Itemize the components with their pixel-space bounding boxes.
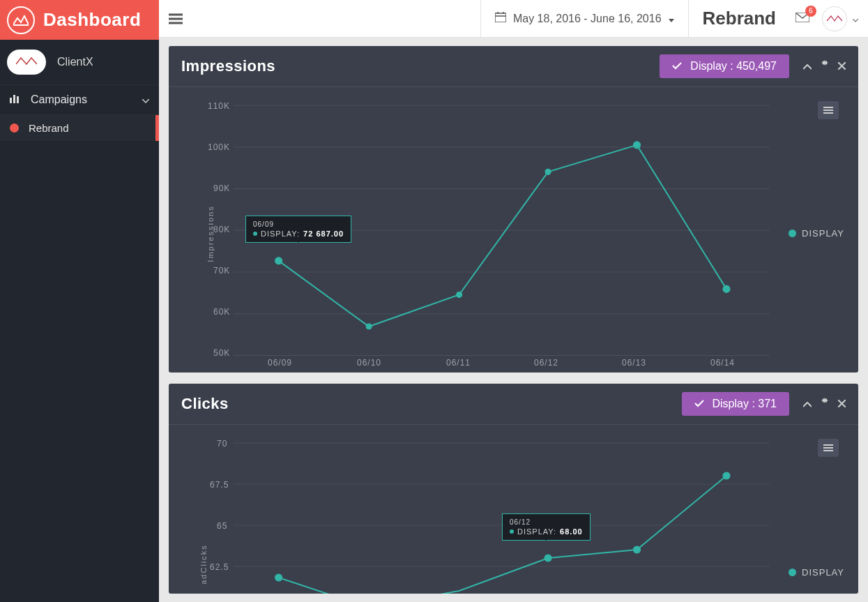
- chart-menu-button[interactable]: [818, 439, 839, 457]
- check-icon: [694, 398, 704, 410]
- svg-point-40: [275, 574, 282, 581]
- display-total-badge[interactable]: Display : 371: [682, 392, 790, 416]
- sidebar-item-rebrand[interactable]: Rebrand: [0, 115, 159, 141]
- y-tick: 110K: [208, 101, 230, 111]
- svg-point-41: [545, 555, 551, 562]
- main: May 18, 2016 - June 16, 2016 Rebrand 6: [159, 0, 868, 602]
- y-tick: 60K: [213, 307, 230, 317]
- panel-head: Impressions Display : 450,497: [169, 46, 858, 87]
- display-total-badge[interactable]: Display : 450,497: [660, 54, 789, 78]
- tooltip-series: DISPLAY:: [261, 229, 300, 238]
- subitem-label: Rebrand: [29, 122, 69, 134]
- panel-body: Impressions 110K 100K 90K 80K 70K 60K 50…: [169, 87, 858, 373]
- caret-down-icon: [669, 13, 674, 25]
- topbar: May 18, 2016 - June 16, 2016 Rebrand 6: [159, 0, 868, 38]
- y-tick: 65: [217, 521, 227, 531]
- y-tick: 70: [217, 439, 227, 449]
- chart-impressions[interactable]: Impressions 110K 100K 90K 80K 70K 60K 50…: [178, 97, 848, 373]
- chart-menu-button[interactable]: [818, 101, 839, 119]
- client-logo: [7, 50, 46, 75]
- brand-title: Dashboard: [43, 9, 141, 31]
- brand-icon: [7, 6, 35, 34]
- nav-campaigns[interactable]: Campaigns: [0, 84, 159, 115]
- mail-button[interactable]: 6: [790, 13, 815, 25]
- tooltip-dot-icon: [510, 529, 514, 534]
- svg-rect-7: [495, 13, 506, 22]
- tooltip-value: 68.00: [560, 527, 583, 536]
- svg-rect-1: [10, 98, 12, 103]
- nav-label: Campaigns: [31, 93, 87, 106]
- close-icon[interactable]: [838, 60, 846, 73]
- check-icon: [672, 60, 682, 73]
- settings-icon[interactable]: [820, 60, 830, 73]
- legend-label: DISPLAY: [802, 567, 844, 578]
- active-dot-icon: [10, 123, 19, 133]
- legend-dot-icon: [789, 229, 796, 237]
- x-tick: 06/09: [268, 358, 292, 368]
- x-tick: 06/12: [534, 358, 558, 368]
- svg-rect-3: [17, 96, 19, 103]
- content: Impressions Display : 450,497: [159, 38, 868, 602]
- mail-badge: 6: [805, 6, 816, 17]
- date-range-picker[interactable]: May 18, 2016 - June 16, 2016: [480, 0, 689, 37]
- tooltip-series: DISPLAY:: [517, 527, 556, 536]
- chart-clicks[interactable]: adClicks 70 67.5 65 62.5 DISPLAY 06/12: [178, 435, 848, 594]
- y-tick: 80K: [213, 225, 230, 234]
- svg-point-29: [633, 142, 640, 149]
- close-icon[interactable]: [838, 398, 846, 410]
- legend-display[interactable]: DISPLAY: [789, 228, 844, 239]
- date-range-text: May 18, 2016 - June 16, 2016: [513, 13, 662, 25]
- svg-point-27: [457, 292, 462, 298]
- panel-title: Clicks: [181, 395, 229, 413]
- menu-toggle-button[interactable]: [159, 13, 192, 24]
- bar-chart-icon: [10, 93, 21, 106]
- brand-header: Dashboard: [0, 0, 159, 40]
- panel-controls: [803, 60, 846, 73]
- y-tick: 62.5: [210, 562, 229, 572]
- svg-marker-11: [669, 19, 674, 22]
- tooltip-dot-icon: [253, 232, 257, 236]
- svg-point-30: [723, 286, 730, 293]
- panel-head: Clicks Display : 371: [169, 384, 858, 425]
- sidebar: Dashboard ClientX Campaigns Rebrand: [0, 0, 159, 602]
- svg-point-26: [366, 324, 372, 329]
- panel-clicks: Clicks Display : 371 adC: [169, 384, 858, 594]
- chevron-down-icon: [142, 93, 149, 106]
- svg-rect-2: [13, 95, 15, 103]
- badge-text: Display : 450,497: [690, 60, 777, 73]
- chart-tooltip: 06/09 DISPLAY: 72 687.00: [245, 216, 351, 243]
- chart-tooltip: 06/12 DISPLAY: 68.00: [502, 513, 591, 541]
- tooltip-value: 72 687.00: [303, 229, 344, 238]
- x-tick: 06/13: [622, 358, 646, 368]
- chevron-down-icon: [853, 13, 858, 25]
- panel-impressions: Impressions Display : 450,497: [169, 46, 858, 373]
- svg-point-43: [723, 472, 730, 479]
- legend-dot-icon: [789, 569, 796, 576]
- svg-point-25: [275, 257, 282, 264]
- y-tick: 50K: [213, 348, 230, 358]
- legend-display[interactable]: DISPLAY: [789, 567, 844, 578]
- calendar-icon: [495, 12, 506, 25]
- x-tick: 06/10: [357, 358, 381, 368]
- y-tick: 70K: [213, 266, 230, 276]
- legend-label: DISPLAY: [802, 228, 844, 239]
- x-tick: 06/11: [446, 358, 471, 368]
- panel-title: Impressions: [181, 57, 275, 75]
- settings-icon[interactable]: [820, 398, 830, 410]
- y-tick: 67.5: [210, 480, 229, 490]
- svg-point-28: [545, 170, 551, 175]
- client-row[interactable]: ClientX: [0, 40, 159, 84]
- svg-point-42: [633, 546, 640, 553]
- panel-body: adClicks 70 67.5 65 62.5 DISPLAY 06/12: [169, 425, 858, 594]
- badge-text: Display : 371: [713, 398, 777, 410]
- y-tick: 100K: [208, 142, 230, 152]
- page-title: Rebrand: [689, 8, 790, 29]
- x-tick: 06/14: [710, 358, 735, 368]
- user-menu[interactable]: [815, 6, 868, 31]
- tooltip-date: 06/09: [253, 220, 344, 228]
- collapse-icon[interactable]: [803, 398, 812, 410]
- panel-controls: [803, 398, 846, 410]
- y-axis-title: adClicks: [199, 544, 208, 585]
- collapse-icon[interactable]: [803, 60, 812, 73]
- client-name: ClientX: [57, 56, 93, 68]
